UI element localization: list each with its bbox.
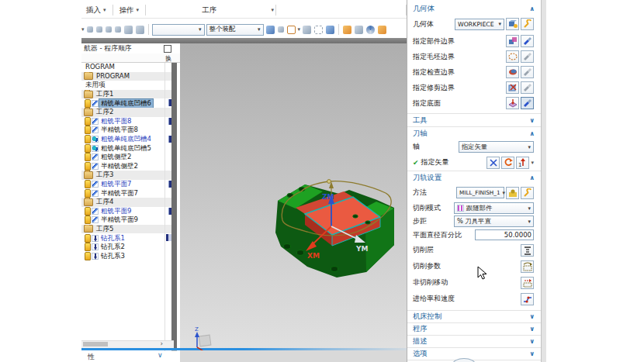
section-描述[interactable]: 描述∨ <box>407 335 541 347</box>
specify-boundary-button[interactable] <box>506 81 519 94</box>
tree-row[interactable]: 粗铣单纯底凹槽4 <box>81 135 171 144</box>
tree-row[interactable]: 半精铣平面8 <box>81 126 171 135</box>
chevron-down-icon[interactable]: ▾ <box>298 26 301 33</box>
stepover-combo[interactable]: % 刀具平直 ▾ <box>454 215 534 227</box>
display-boundary-button[interactable] <box>521 50 534 63</box>
section-tool-axis[interactable]: 刀轴 ∧ <box>407 126 541 140</box>
chevron-down-icon[interactable]: ∨ <box>530 313 535 320</box>
chevron-up-icon[interactable]: ∧ <box>530 174 535 181</box>
vertical-scrollbar[interactable] <box>171 63 177 360</box>
tree-row[interactable]: 粗铣平面8 <box>81 117 171 126</box>
specify-boundary-button[interactable] <box>506 50 519 63</box>
snap-icon[interactable] <box>115 26 121 33</box>
display-boundary-button[interactable] <box>521 81 534 94</box>
chevron-down-icon[interactable]: ∨ <box>530 350 535 357</box>
method-combo[interactable]: MILL_FINISH_1 ▾ <box>456 187 504 198</box>
tree-row[interactable]: 粗铣平面9 <box>81 207 171 216</box>
scrollbar-thumb[interactable] <box>171 63 177 350</box>
chevron-down-icon[interactable]: ▾ <box>81 26 85 33</box>
chevron-down-icon[interactable]: ∨ <box>530 326 535 333</box>
display-boundary-button[interactable] <box>521 97 534 109</box>
section-程序[interactable]: 程序∨ <box>407 322 541 335</box>
section-选项[interactable]: 选项∨ <box>407 347 541 360</box>
axis-combo[interactable]: 指定矢量 ▾ <box>459 141 534 153</box>
tree-row[interactable]: 工序3 <box>81 171 171 180</box>
grid-window-icon[interactable] <box>378 26 386 34</box>
refresh-icon[interactable] <box>366 26 375 34</box>
reset-vector-button[interactable] <box>501 157 514 169</box>
link-icon[interactable] <box>87 26 93 33</box>
tree-row[interactable]: 未用项 <box>81 81 171 90</box>
rotate-icon[interactable] <box>303 26 311 34</box>
chevron-down-icon[interactable]: ∨ <box>530 117 535 124</box>
scroll-right-arrow-icon[interactable]: › <box>160 340 163 347</box>
specify-boundary-button[interactable] <box>506 66 519 78</box>
path-setting-button[interactable] <box>521 244 534 257</box>
edit-method-button[interactable] <box>521 187 534 199</box>
curve-icon[interactable] <box>124 26 133 34</box>
3d-model[interactable]: ZM XM YM Z X <box>180 43 407 350</box>
chevron-down-icon[interactable]: ∨ <box>158 351 163 359</box>
menu-operate[interactable]: 操作 ▾ <box>115 5 144 16</box>
lasso-icon[interactable] <box>314 26 323 34</box>
tree-row[interactable]: 精铣单纯底凹槽6 <box>81 98 171 108</box>
show-hide-icon[interactable] <box>326 26 334 34</box>
new-method-button[interactable] <box>506 187 519 199</box>
window-cascade-icon[interactable] <box>343 26 351 34</box>
specify-boundary-button[interactable] <box>506 35 519 47</box>
display-boundary-button[interactable] <box>521 35 534 47</box>
tree-row[interactable]: 工序1 <box>81 90 171 99</box>
navigator-column-header[interactable]: 换 <box>81 53 180 63</box>
specify-boundary-button[interactable] <box>506 97 519 109</box>
tree-row[interactable]: PROGRAM <box>81 72 171 81</box>
horizontal-scrollbar[interactable]: › <box>81 340 174 348</box>
chain-icon[interactable] <box>96 26 102 33</box>
path-setting-button[interactable] <box>521 260 534 273</box>
boundary-start-point[interactable] <box>327 180 331 184</box>
chevron-up-icon[interactable]: ∧ <box>530 130 535 137</box>
selection-scope-combo[interactable]: ▾ <box>152 24 205 36</box>
tree-row[interactable]: ROGRAM <box>81 63 171 72</box>
wave-icon[interactable] <box>278 26 284 33</box>
tree-row[interactable]: 粗铣侧壁2 <box>81 153 171 162</box>
path-setting-button[interactable] <box>521 277 534 289</box>
tree-row[interactable]: 工序4 <box>81 198 171 207</box>
chevron-down-icon[interactable]: ∨ <box>530 338 535 345</box>
tree-row[interactable]: 半精铣平面9 <box>81 215 171 225</box>
tree-row[interactable]: 工序5 <box>81 225 171 234</box>
tree-row[interactable]: 半精铣平面7 <box>81 188 171 198</box>
tree-row[interactable]: 粗铣平面7 <box>81 180 171 189</box>
tree-row[interactable]: 钻孔系1 <box>81 233 171 243</box>
new-geometry-button[interactable] <box>506 18 519 30</box>
panel-scrollbar[interactable] <box>541 0 546 362</box>
assembly-filter-combo[interactable]: 整个装配 ▾ <box>206 24 264 36</box>
tree-row[interactable]: 钻孔系3 <box>81 251 171 260</box>
display-boundary-button[interactable] <box>521 66 534 78</box>
path-setting-button[interactable] <box>521 293 534 305</box>
undock-icon[interactable] <box>164 45 171 53</box>
pattern-icon[interactable] <box>106 26 112 33</box>
gear-icon[interactable] <box>266 26 275 34</box>
tree-row[interactable]: 工序2 <box>81 108 171 117</box>
inferred-vector-button[interactable]: 1 <box>516 157 529 169</box>
window-icon[interactable] <box>355 26 363 34</box>
tree-row[interactable]: 半精铣侧壁2 <box>81 162 171 171</box>
tree-row[interactable]: 钻孔系2 <box>81 243 171 252</box>
new-window-icon[interactable] <box>287 26 296 34</box>
chevron-down-icon[interactable]: ▾ <box>531 160 534 166</box>
section-path-settings[interactable]: 刀轨设置 ∧ <box>407 171 541 184</box>
edit-geometry-button[interactable] <box>521 18 534 30</box>
bottom-collapsed-panel[interactable]: 性 ∨ <box>81 351 180 362</box>
chevron-down-icon[interactable]: ▾ <box>272 7 275 13</box>
cut-mode-combo[interactable]: 跟随部件 ▾ <box>454 202 534 214</box>
percent-field[interactable]: 50.0000 <box>475 229 534 240</box>
scrollbar-thumb[interactable] <box>83 342 108 346</box>
section-机床控制[interactable]: 机床控制∨ <box>407 310 541 322</box>
geometry-combo[interactable]: WORKPIECE ▾ <box>455 19 504 30</box>
chevron-up-icon[interactable]: ∧ <box>530 5 535 12</box>
menu-insert[interactable]: 插入 ▾ <box>81 5 111 16</box>
measure-icon[interactable] <box>136 26 144 34</box>
vector-dialog-button[interactable] <box>486 157 500 169</box>
tree-row[interactable]: 粗铣单纯底凹槽5 <box>81 143 171 153</box>
section-tool[interactable]: 工具 ∨ <box>407 113 541 126</box>
